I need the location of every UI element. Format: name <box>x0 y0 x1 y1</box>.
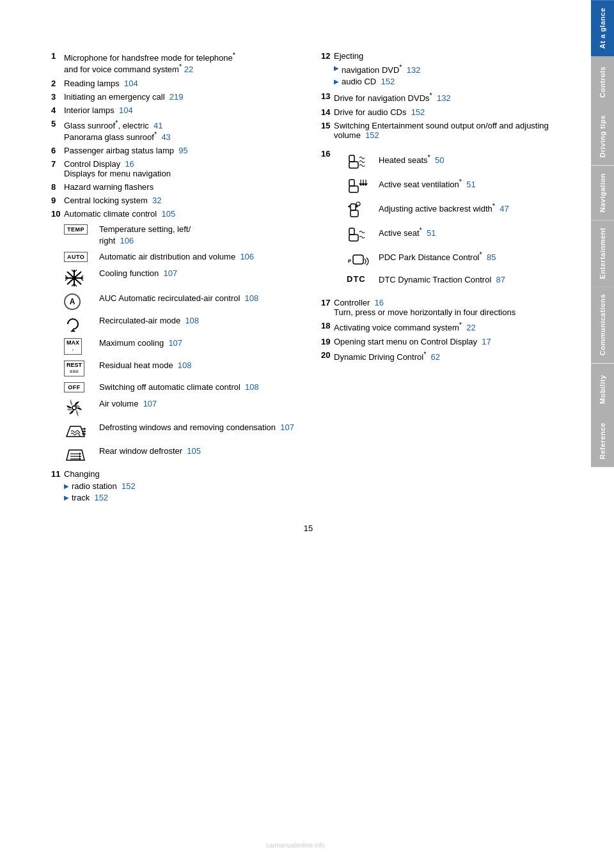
item-18: 18 Activating voice command system* 22 <box>321 321 565 332</box>
climate-max-row: MAX◦ Maximum cooling 107 <box>64 337 295 355</box>
climate-cooling-row: Cooling function 107 <box>64 268 295 288</box>
sidebar-tab-communications[interactable]: Communications <box>591 286 614 363</box>
pdc-desc: PDC Park Distance Control* 85 <box>379 250 496 263</box>
item-6-text: Passenger airbag status lamp 95 <box>64 146 295 155</box>
defrost-desc: Defrosting windows and removing condensa… <box>99 422 294 433</box>
item-18-text: Activating voice command system* 22 <box>334 321 565 332</box>
item-13: 13 Drive for navigation DVDs* 132 <box>321 91 565 103</box>
item-3-text: Initiating an emergency call 219 <box>64 92 295 102</box>
pdc-page[interactable]: 85 <box>487 252 496 262</box>
item-14-page[interactable]: 152 <box>411 107 425 117</box>
item-12-sub2: ▶ audio CD 152 <box>334 77 565 86</box>
item-19-page[interactable]: 17 <box>482 337 491 346</box>
item-12-sub2-page[interactable]: 152 <box>381 77 395 86</box>
svg-rect-28 <box>349 155 354 162</box>
climate-controls-table: TEMP Temperature setting, left/right 106… <box>64 224 295 463</box>
rest-page[interactable]: 108 <box>178 360 192 370</box>
sidebar-tab-at-a-glance[interactable]: At a glance <box>591 0 614 56</box>
item-18-page[interactable]: 22 <box>466 323 475 333</box>
auto-desc: Automatic air distribution and volume 10… <box>99 251 254 263</box>
item-7-num: 7 <box>51 159 64 178</box>
item-11-text: Changing <box>64 469 295 479</box>
item-10-page[interactable]: 105 <box>161 209 175 219</box>
item-5-page[interactable]: 41 <box>154 121 162 130</box>
item-17: 17 Controller 16Turn, press or move hori… <box>321 298 565 317</box>
item-13-page[interactable]: 132 <box>437 94 451 104</box>
item-12: 12 Ejecting <box>321 51 565 61</box>
recirc-desc: Recirculated-air mode 108 <box>99 315 199 327</box>
item-1-page[interactable]: 22 <box>184 65 193 75</box>
rear-defrost-page[interactable]: 105 <box>187 446 201 456</box>
item-11-sub2-text: track 152 <box>72 493 108 502</box>
temp-page[interactable]: 106 <box>120 236 134 245</box>
airvolume-page[interactable]: 107 <box>143 399 157 408</box>
auc-page[interactable]: 108 <box>245 293 259 303</box>
item-12-sub1-page[interactable]: 132 <box>407 65 421 75</box>
item-6-page[interactable]: 95 <box>178 146 187 155</box>
item-11-num: 11 <box>51 469 64 479</box>
s16-active-seat: Active seat* 51 <box>347 226 509 244</box>
s16-dtc: DTC DTC Dynamic Traction Control 87 <box>347 274 509 286</box>
auto-icon: AUTO <box>64 251 99 262</box>
auto-page[interactable]: 106 <box>240 252 254 261</box>
seat-ventilation-icon <box>347 177 379 195</box>
item-17-page[interactable]: 16 <box>375 298 384 307</box>
defrost-page[interactable]: 107 <box>280 422 294 432</box>
page-number: 15 <box>51 523 565 533</box>
sidebar-tab-driving-tips[interactable]: Driving tips <box>591 107 614 166</box>
item-6-num: 6 <box>51 146 64 155</box>
item-5b-page[interactable]: 43 <box>161 132 170 142</box>
item-15-page[interactable]: 152 <box>365 130 379 140</box>
off-page[interactable]: 108 <box>245 382 259 392</box>
svg-marker-36 <box>364 183 368 186</box>
airvolume-desc: Air volume 107 <box>99 398 157 410</box>
off-icon: OFF <box>64 382 99 392</box>
cooling-icon <box>64 268 99 288</box>
rear-defrost-icon <box>64 446 87 464</box>
svg-rect-38 <box>350 204 356 210</box>
recirc-page[interactable]: 108 <box>185 316 199 325</box>
item-11-sub2-page[interactable]: 152 <box>94 493 108 502</box>
item-14: 14 Drive for audio CDs 152 <box>321 107 565 117</box>
sidebar-tab-entertainment[interactable]: Entertainment <box>591 220 614 286</box>
s16-backrest: + Adjusting active backrest width* 47 <box>347 201 509 219</box>
sidebar-tab-reference[interactable]: Reference <box>591 415 614 467</box>
climate-defrost-row: Defrosting windows and removing condensa… <box>64 422 295 440</box>
sidebar: At a glance Controls Driving tips Naviga… <box>591 0 614 868</box>
dtc-desc: DTC Dynamic Traction Control 87 <box>379 274 505 286</box>
sidebar-tab-mobility[interactable]: Mobility <box>591 364 614 415</box>
sidebar-tab-navigation[interactable]: Navigation <box>591 166 614 220</box>
item-2-num: 2 <box>51 79 64 88</box>
active-seat-page[interactable]: 51 <box>427 228 436 238</box>
active-seat-desc: Active seat* 51 <box>379 226 436 239</box>
backrest-icon: + <box>347 201 379 219</box>
backrest-svg: + <box>347 201 368 219</box>
max-page[interactable]: 107 <box>168 338 182 348</box>
cooling-page[interactable]: 107 <box>163 268 177 278</box>
svg-text:P: P <box>348 258 352 264</box>
item-3-num: 3 <box>51 92 64 102</box>
climate-airvolume-row: Air volume 107 <box>64 398 295 417</box>
item-3-page[interactable]: 219 <box>169 92 184 102</box>
seat-ventilation-page[interactable]: 51 <box>466 180 475 189</box>
item-20-page[interactable]: 62 <box>431 352 440 362</box>
climate-auto-row: AUTO Automatic air distribution and volu… <box>64 251 295 263</box>
backrest-page[interactable]: 47 <box>500 204 508 213</box>
item-2-page[interactable]: 104 <box>124 79 138 88</box>
heated-seats-page[interactable]: 50 <box>435 155 444 165</box>
defrost-front-icon <box>64 422 87 440</box>
max-desc: Maximum cooling 107 <box>99 337 182 349</box>
item-7-page[interactable]: 16 <box>125 159 134 169</box>
pdc-svg: P <box>347 250 372 268</box>
item-16-controls: Heated seats* 50 <box>347 153 509 292</box>
item-4-page[interactable]: 104 <box>119 105 133 115</box>
rest-desc: Residual heat mode 108 <box>99 360 192 371</box>
item-9-page[interactable]: 32 <box>152 196 161 205</box>
item-9-num: 9 <box>51 196 64 205</box>
seat-ventilation-desc: Active seat ventilation* 51 <box>379 177 476 190</box>
item-11-sub1-page[interactable]: 152 <box>122 481 136 491</box>
sidebar-tab-controls[interactable]: Controls <box>591 56 614 107</box>
arrow-icon-2: ▶ <box>64 494 69 501</box>
dtc-page[interactable]: 87 <box>496 275 505 284</box>
rest-icon: REST≡≡≡ <box>64 360 99 377</box>
